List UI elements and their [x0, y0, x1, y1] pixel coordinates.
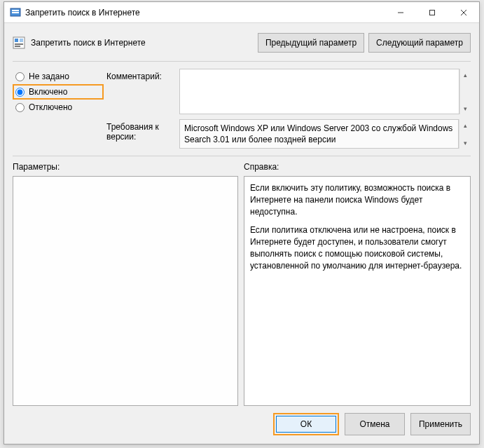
next-setting-button[interactable]: Следующий параметр [368, 33, 471, 53]
radio-enabled[interactable]: Включено [13, 84, 104, 100]
radio-label: Включено [29, 87, 67, 97]
header-row: Запретить поиск в Интернете Предыдущий п… [4, 23, 479, 58]
close-button[interactable] [448, 2, 479, 22]
scroll-up-icon[interactable]: ▴ [460, 69, 471, 81]
dialog-content: Запретить поиск в Интернете Предыдущий п… [4, 23, 479, 444]
window-controls [385, 2, 479, 22]
maximize-button[interactable] [416, 2, 448, 22]
comment-textarea[interactable] [179, 69, 459, 114]
dialog-window: Запретить поиск в Интернете Запретить по… [4, 1, 480, 444]
radio-label: Отключено [29, 102, 72, 112]
policy-title: Запретить поиск в Интернете [31, 38, 252, 48]
svg-rect-10 [15, 43, 23, 45]
apply-button[interactable]: Применить [410, 413, 471, 435]
svg-rect-11 [15, 46, 20, 47]
scroll-down-icon[interactable]: ▾ [460, 102, 471, 114]
dialog-footer: ОК Отмена Применить [4, 406, 479, 444]
ok-button[interactable]: ОК [276, 416, 336, 433]
titlebar: Запретить поиск в Интернете [4, 2, 479, 23]
svg-rect-9 [20, 39, 23, 42]
scroll-down-icon[interactable]: ▾ [459, 137, 471, 149]
scrollbar[interactable]: ▴ ▾ [459, 119, 471, 149]
window-title: Запретить поиск в Интернете [25, 8, 385, 18]
previous-setting-button[interactable]: Предыдущий параметр [258, 33, 364, 53]
radio-enabled-input[interactable] [15, 88, 25, 97]
svg-rect-8 [15, 39, 18, 42]
policy-icon [13, 36, 25, 49]
ok-highlight: ОК [273, 413, 339, 435]
radio-not-configured[interactable]: Не задано [13, 69, 104, 84]
minimize-button[interactable] [385, 2, 416, 22]
divider [13, 156, 471, 156]
requirements-label: Требования к версии: [106, 119, 177, 142]
radio-label: Не задано [29, 72, 69, 81]
help-section-label: Справка: [244, 162, 471, 172]
divider [13, 61, 471, 62]
scrollbar[interactable]: ▴ ▾ [459, 69, 471, 114]
cancel-button[interactable]: Отмена [345, 413, 405, 435]
scroll-up-icon[interactable]: ▴ [459, 119, 471, 131]
radio-disabled[interactable]: Отключено [13, 100, 104, 115]
comment-label: Комментарий: [106, 69, 177, 81]
svg-rect-2 [12, 12, 19, 13]
help-paragraph: Если политика отключена или не настроена… [250, 224, 464, 271]
radio-disabled-input[interactable] [15, 103, 25, 112]
svg-rect-4 [429, 10, 434, 15]
requirements-text: Microsoft Windows XP или Windows Server … [179, 119, 459, 149]
options-panel [13, 176, 238, 406]
options-section-label: Параметры: [13, 162, 244, 172]
help-panel: Если включить эту политику, возможность … [244, 176, 471, 406]
radio-not-configured-input[interactable] [15, 72, 25, 81]
svg-rect-1 [12, 10, 19, 11]
app-icon [10, 7, 21, 18]
state-radio-group: Не задано Включено Отключено [13, 69, 104, 115]
help-paragraph: Если включить эту политику, возможность … [250, 182, 464, 217]
